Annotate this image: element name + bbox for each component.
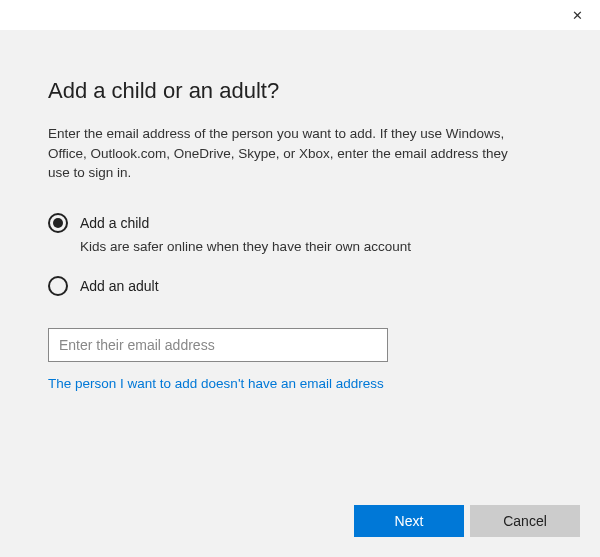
page-title: Add a child or an adult?: [48, 78, 552, 104]
email-field[interactable]: [48, 328, 388, 362]
dialog-footer: Next Cancel: [354, 505, 580, 537]
radio-selected-dot: [53, 218, 63, 228]
close-icon: ✕: [572, 8, 583, 23]
radio-icon: [48, 276, 68, 296]
radio-label: Add an adult: [80, 278, 159, 294]
close-button[interactable]: ✕: [555, 0, 600, 30]
radio-icon: [48, 213, 68, 233]
radio-label: Add a child: [80, 215, 149, 231]
account-type-radio-group: Add a child Kids are safer online when t…: [48, 213, 552, 296]
description-text: Enter the email address of the person yo…: [48, 124, 528, 183]
child-sublabel: Kids are safer online when they have the…: [80, 239, 552, 254]
no-email-link[interactable]: The person I want to add doesn't have an…: [48, 376, 384, 391]
cancel-button[interactable]: Cancel: [470, 505, 580, 537]
next-button[interactable]: Next: [354, 505, 464, 537]
radio-add-adult[interactable]: Add an adult: [48, 276, 552, 296]
dialog-panel: Add a child or an adult? Enter the email…: [0, 30, 600, 557]
radio-add-child[interactable]: Add a child: [48, 213, 552, 233]
titlebar: ✕: [0, 0, 600, 30]
